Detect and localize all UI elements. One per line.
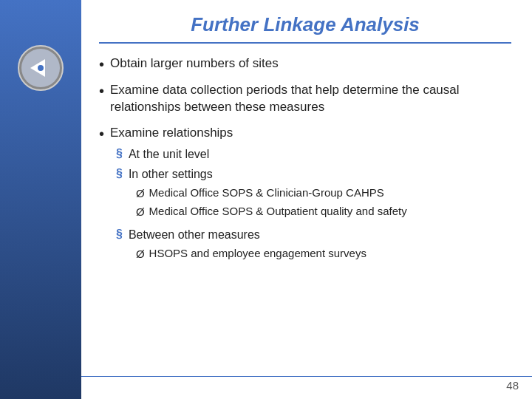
sub-sub-list-2: Ø HSOPS and employee engagement surveys <box>136 246 366 262</box>
arrow-bullet-3: Ø <box>136 246 145 262</box>
slide-title: Further Linkage Analysis <box>99 13 511 44</box>
sub-item-1: § At the unit level <box>116 146 407 163</box>
bullet-item-2: • Examine data collection periods that h… <box>99 82 511 116</box>
bullet-item-1: • Obtain larger numbers of sites <box>99 55 511 73</box>
page-number: 48 <box>506 379 519 392</box>
sub-list: § At the unit level § In other settings … <box>116 146 407 265</box>
sub-sub-list-1: Ø Medical Office SOPS & Clinician-Group … <box>136 185 407 219</box>
sidebar <box>0 0 81 399</box>
sub-text-2: In other settings Ø Medical Office SOPS … <box>129 166 407 222</box>
bullet-dot-3: • <box>99 125 104 143</box>
sub-bullet-2: § <box>116 166 123 182</box>
sub-item-2: § In other settings Ø Medical Office SOP… <box>116 166 407 222</box>
svg-point-3 <box>38 65 44 71</box>
bullet-dot-1: • <box>99 55 104 73</box>
bullet-text-2: Examine data collection periods that hel… <box>110 82 511 116</box>
main-bullet-list: • Obtain larger numbers of sites • Exami… <box>99 55 511 278</box>
navigation-icon <box>17 44 64 92</box>
arrow-bullet-2: Ø <box>136 204 145 219</box>
sub-sub-item-2-1: Ø HSOPS and employee engagement surveys <box>136 246 366 262</box>
sub-text-3: Between other measures Ø HSOPS and emplo… <box>129 227 366 265</box>
sub-sub-item-1-2: Ø Medical Office SOPS & Outpatient quali… <box>136 204 407 219</box>
arrow-bullet-1: Ø <box>136 185 145 201</box>
bottom-line <box>81 376 532 378</box>
main-content: Further Linkage Analysis • Obtain larger… <box>81 0 532 399</box>
bullet-item-3: • Examine relationships § At the unit le… <box>99 125 511 269</box>
bullet-text-1: Obtain larger numbers of sites <box>110 55 279 72</box>
sub-item-3: § Between other measures Ø HSOPS and emp… <box>116 227 407 265</box>
sub-sub-item-1-1: Ø Medical Office SOPS & Clinician-Group … <box>136 185 407 201</box>
bullet-dot-2: • <box>99 82 104 100</box>
bullet-text-3: Examine relationships § At the unit leve… <box>110 125 407 269</box>
sub-bullet-3: § <box>116 227 123 242</box>
sub-bullet-1: § <box>116 146 123 162</box>
sub-text-1: At the unit level <box>129 146 209 163</box>
